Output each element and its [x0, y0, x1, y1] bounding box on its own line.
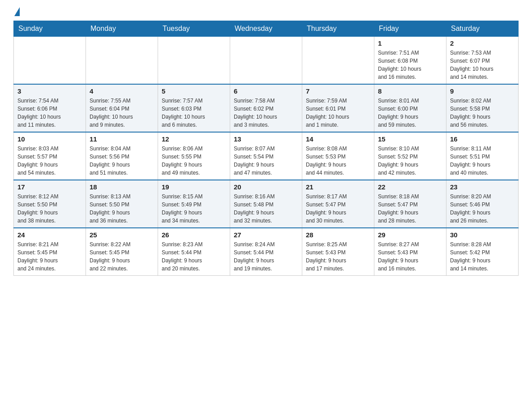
calendar-week-row: 17Sunrise: 8:12 AMSunset: 5:50 PMDayligh…: [14, 180, 519, 228]
day-number: 22: [378, 183, 442, 191]
day-info: Sunrise: 8:08 AMSunset: 5:53 PMDaylight:…: [306, 145, 370, 177]
weekday-header-wednesday: Wednesday: [230, 21, 302, 37]
page-header: [13, 9, 519, 16]
calendar-cell: 13Sunrise: 8:07 AMSunset: 5:54 PMDayligh…: [230, 132, 302, 180]
day-number: 20: [234, 183, 298, 191]
calendar-cell: 8Sunrise: 8:01 AMSunset: 6:00 PMDaylight…: [374, 84, 446, 132]
calendar-cell: 3Sunrise: 7:54 AMSunset: 6:06 PMDaylight…: [14, 84, 86, 132]
day-number: 4: [90, 87, 154, 95]
calendar-cell: 16Sunrise: 8:11 AMSunset: 5:51 PMDayligh…: [446, 132, 519, 180]
day-number: 3: [17, 87, 82, 95]
day-info: Sunrise: 8:24 AMSunset: 5:44 PMDaylight:…: [234, 240, 298, 273]
calendar-cell: 1Sunrise: 7:51 AMSunset: 6:08 PMDaylight…: [374, 37, 446, 85]
weekday-header-thursday: Thursday: [302, 21, 374, 37]
day-number: 17: [17, 183, 82, 191]
day-info: Sunrise: 7:54 AMSunset: 6:06 PMDaylight:…: [17, 97, 82, 129]
calendar-table: SundayMondayTuesdayWednesdayThursdayFrid…: [13, 21, 519, 276]
day-number: 12: [162, 135, 226, 143]
day-number: 11: [90, 135, 154, 143]
day-number: 28: [306, 231, 370, 239]
day-info: Sunrise: 8:01 AMSunset: 6:00 PMDaylight:…: [378, 97, 442, 129]
calendar-cell: 20Sunrise: 8:16 AMSunset: 5:48 PMDayligh…: [230, 180, 302, 228]
day-info: Sunrise: 8:04 AMSunset: 5:56 PMDaylight:…: [90, 145, 154, 177]
day-number: 10: [17, 135, 82, 143]
logo-triangle-icon: [14, 7, 20, 16]
day-number: 24: [17, 231, 82, 239]
calendar-cell: 27Sunrise: 8:24 AMSunset: 5:44 PMDayligh…: [230, 228, 302, 276]
day-info: Sunrise: 8:12 AMSunset: 5:50 PMDaylight:…: [17, 193, 82, 225]
day-info: Sunrise: 8:18 AMSunset: 5:47 PMDaylight:…: [378, 193, 442, 225]
day-number: 16: [450, 135, 515, 143]
day-info: Sunrise: 7:58 AMSunset: 6:02 PMDaylight:…: [234, 97, 298, 129]
day-number: 5: [162, 87, 226, 95]
calendar-cell: 12Sunrise: 8:06 AMSunset: 5:55 PMDayligh…: [158, 132, 230, 180]
day-number: 9: [450, 87, 515, 95]
day-info: Sunrise: 8:02 AMSunset: 5:58 PMDaylight:…: [450, 97, 515, 129]
day-number: 30: [450, 231, 515, 239]
day-info: Sunrise: 7:59 AMSunset: 6:01 PMDaylight:…: [306, 97, 370, 129]
calendar-cell: 6Sunrise: 7:58 AMSunset: 6:02 PMDaylight…: [230, 84, 302, 132]
day-number: 6: [234, 87, 298, 95]
day-info: Sunrise: 7:57 AMSunset: 6:03 PMDaylight:…: [162, 97, 226, 129]
day-number: 25: [90, 231, 154, 239]
calendar-cell: 19Sunrise: 8:15 AMSunset: 5:49 PMDayligh…: [158, 180, 230, 228]
weekday-header-saturday: Saturday: [446, 21, 519, 37]
calendar-cell: 26Sunrise: 8:23 AMSunset: 5:44 PMDayligh…: [158, 228, 230, 276]
day-info: Sunrise: 8:15 AMSunset: 5:49 PMDaylight:…: [162, 193, 226, 225]
calendar-cell: [158, 37, 230, 85]
logo: [13, 9, 20, 16]
calendar-cell: 29Sunrise: 8:27 AMSunset: 5:43 PMDayligh…: [374, 228, 446, 276]
calendar-week-row: 3Sunrise: 7:54 AMSunset: 6:06 PMDaylight…: [14, 84, 519, 132]
day-info: Sunrise: 8:03 AMSunset: 5:57 PMDaylight:…: [17, 145, 82, 177]
day-info: Sunrise: 8:16 AMSunset: 5:48 PMDaylight:…: [234, 193, 298, 225]
calendar-cell: 21Sunrise: 8:17 AMSunset: 5:47 PMDayligh…: [302, 180, 374, 228]
weekday-header-tuesday: Tuesday: [158, 21, 230, 37]
weekday-header-friday: Friday: [374, 21, 446, 37]
day-info: Sunrise: 8:07 AMSunset: 5:54 PMDaylight:…: [234, 145, 298, 177]
day-number: 7: [306, 87, 370, 95]
weekday-header-sunday: Sunday: [14, 21, 86, 37]
day-number: 29: [378, 231, 442, 239]
calendar-week-row: 1Sunrise: 7:51 AMSunset: 6:08 PMDaylight…: [14, 37, 519, 85]
weekday-header-monday: Monday: [86, 21, 158, 37]
day-number: 26: [162, 231, 226, 239]
day-info: Sunrise: 8:11 AMSunset: 5:51 PMDaylight:…: [450, 145, 515, 177]
day-info: Sunrise: 8:06 AMSunset: 5:55 PMDaylight:…: [162, 145, 226, 177]
calendar-cell: 14Sunrise: 8:08 AMSunset: 5:53 PMDayligh…: [302, 132, 374, 180]
calendar-cell: [86, 37, 158, 85]
calendar-cell: 25Sunrise: 8:22 AMSunset: 5:45 PMDayligh…: [86, 228, 158, 276]
calendar-cell: 17Sunrise: 8:12 AMSunset: 5:50 PMDayligh…: [14, 180, 86, 228]
day-info: Sunrise: 8:21 AMSunset: 5:45 PMDaylight:…: [17, 240, 82, 273]
calendar-week-row: 24Sunrise: 8:21 AMSunset: 5:45 PMDayligh…: [14, 228, 519, 276]
calendar-cell: 9Sunrise: 8:02 AMSunset: 5:58 PMDaylight…: [446, 84, 519, 132]
day-info: Sunrise: 8:20 AMSunset: 5:46 PMDaylight:…: [450, 193, 515, 225]
calendar-cell: 5Sunrise: 7:57 AMSunset: 6:03 PMDaylight…: [158, 84, 230, 132]
day-info: Sunrise: 7:51 AMSunset: 6:08 PMDaylight:…: [378, 49, 442, 81]
calendar-cell: [302, 37, 374, 85]
day-info: Sunrise: 8:10 AMSunset: 5:52 PMDaylight:…: [378, 145, 442, 177]
day-number: 2: [450, 39, 515, 47]
calendar-cell: 28Sunrise: 8:25 AMSunset: 5:43 PMDayligh…: [302, 228, 374, 276]
day-number: 23: [450, 183, 515, 191]
day-info: Sunrise: 8:28 AMSunset: 5:42 PMDaylight:…: [450, 240, 515, 273]
day-info: Sunrise: 8:13 AMSunset: 5:50 PMDaylight:…: [90, 193, 154, 225]
day-number: 1: [378, 39, 442, 47]
day-number: 13: [234, 135, 298, 143]
calendar-cell: 30Sunrise: 8:28 AMSunset: 5:42 PMDayligh…: [446, 228, 519, 276]
calendar-cell: 2Sunrise: 7:53 AMSunset: 6:07 PMDaylight…: [446, 37, 519, 85]
calendar-cell: 24Sunrise: 8:21 AMSunset: 5:45 PMDayligh…: [14, 228, 86, 276]
calendar-week-row: 10Sunrise: 8:03 AMSunset: 5:57 PMDayligh…: [14, 132, 519, 180]
calendar-cell: 7Sunrise: 7:59 AMSunset: 6:01 PMDaylight…: [302, 84, 374, 132]
day-info: Sunrise: 8:23 AMSunset: 5:44 PMDaylight:…: [162, 240, 226, 273]
day-number: 8: [378, 87, 442, 95]
day-info: Sunrise: 8:17 AMSunset: 5:47 PMDaylight:…: [306, 193, 370, 225]
calendar-cell: 10Sunrise: 8:03 AMSunset: 5:57 PMDayligh…: [14, 132, 86, 180]
day-number: 15: [378, 135, 442, 143]
weekday-header-row: SundayMondayTuesdayWednesdayThursdayFrid…: [14, 21, 519, 37]
day-number: 14: [306, 135, 370, 143]
day-info: Sunrise: 7:53 AMSunset: 6:07 PMDaylight:…: [450, 49, 515, 81]
day-info: Sunrise: 8:22 AMSunset: 5:45 PMDaylight:…: [90, 240, 154, 273]
calendar-cell: 11Sunrise: 8:04 AMSunset: 5:56 PMDayligh…: [86, 132, 158, 180]
calendar-cell: 4Sunrise: 7:55 AMSunset: 6:04 PMDaylight…: [86, 84, 158, 132]
day-number: 18: [90, 183, 154, 191]
